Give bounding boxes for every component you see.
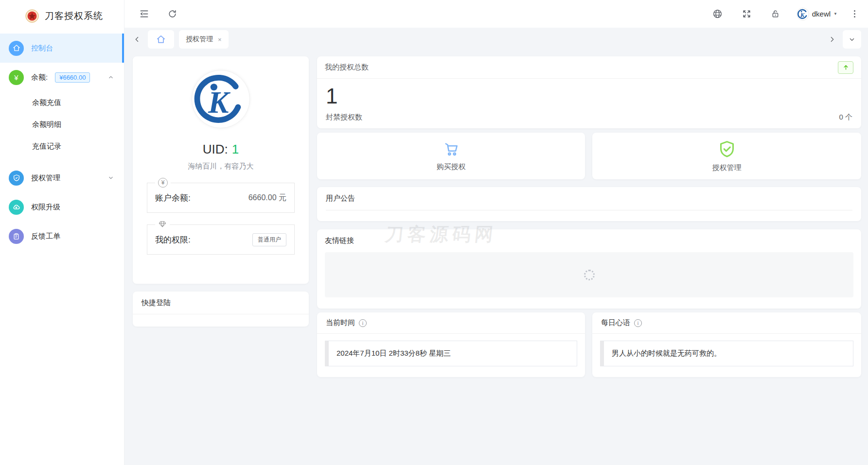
quick-login-card: 快捷登陆 (133, 292, 309, 327)
user-motto: 海纳百川，有容乃大 (133, 162, 309, 171)
buy-auth-label: 购买授权 (437, 162, 466, 172)
balance-box: ¥ 账户余额: 6660.00 元 (147, 183, 295, 213)
sidebar-item-console[interactable]: 控制台 (0, 34, 124, 63)
current-time-value: 2024年7月10日 2时33分8秒 星期三 (325, 341, 577, 366)
main-content: 刀客源码网 K UID:1 海纳百川，有容乃大 ¥ 账户余额: 6660.00 … (124, 51, 868, 465)
tabs-scroll-left-icon[interactable] (131, 34, 143, 45)
tab-close-icon[interactable]: × (218, 36, 222, 43)
permission-badge[interactable]: 普通用户 (252, 233, 286, 246)
banned-auth-label: 封禁授权数 (326, 113, 362, 122)
banned-auth-value: 0 个 (839, 113, 852, 122)
yen-circle-icon: ¥ (155, 178, 171, 188)
balance-amount-badge: ¥6660.00 (55, 72, 90, 83)
chevron-up-icon (107, 74, 114, 81)
sidebar: 刀客授权系统 控制台 ¥ 余额: ¥6660.00 余额充值 余额明细 充值记录 (0, 0, 124, 465)
tabs-scroll-right-icon[interactable] (826, 34, 838, 45)
fullscreen-icon[interactable] (739, 6, 754, 21)
sidebar-item-label: 余额: (31, 73, 48, 82)
user-menu[interactable]: K dkewl ▼ (797, 8, 837, 20)
daily-quote-title: 每日心语 (601, 318, 630, 327)
diamond-icon (155, 220, 170, 228)
links-loading-area (325, 252, 853, 297)
caret-down-icon: ▼ (833, 12, 837, 16)
daily-quote-value: 男人从小的时候就是无药可救的。 (600, 341, 853, 366)
clipboard-icon (9, 229, 24, 244)
loading-spinner-icon (584, 270, 595, 280)
svg-text:K: K (208, 85, 231, 120)
more-options-icon[interactable] (851, 7, 858, 20)
tabbar: 授权管理 × (124, 28, 868, 51)
svg-text:K: K (799, 11, 805, 18)
uid-label: UID: (203, 142, 228, 156)
app-logo-icon (25, 9, 39, 23)
sidebar-item-auth-manage[interactable]: 授权管理 (0, 163, 124, 192)
home-icon (9, 41, 24, 56)
shield-check-icon (717, 139, 737, 159)
sidebar-item-upgrade[interactable]: 权限升级 (0, 192, 124, 222)
sidebar-item-ticket[interactable]: 反馈工单 (0, 222, 124, 251)
profile-card: K UID:1 海纳百川，有容乃大 ¥ 账户余额: 6660.00 元 我的权限… (133, 56, 309, 284)
stats-card: 我的授权总数 1 封禁授权数 0 个 (317, 56, 861, 128)
auth-manage-card[interactable]: 授权管理 (592, 133, 861, 179)
username: dkewl (812, 10, 831, 18)
tab-label: 授权管理 (186, 35, 213, 44)
auth-manage-label: 授权管理 (712, 163, 742, 172)
announcement-card: 用户公告 (317, 187, 861, 221)
balance-value: 6660.00 元 (248, 193, 286, 203)
yuan-icon: ¥ (9, 70, 24, 85)
daily-quote-card: 每日心语 i 男人从小的时候就是无药可救的。 (592, 312, 861, 377)
arrow-up-button[interactable] (838, 61, 853, 74)
permission-label: 我的权限: (155, 234, 191, 245)
tabs-dropdown-icon[interactable] (843, 30, 861, 49)
friend-links-title: 友情链接 (325, 236, 853, 245)
buy-auth-card[interactable]: 购买授权 (317, 133, 585, 179)
shield-icon (9, 171, 24, 186)
uid-line: UID:1 (133, 142, 309, 157)
app-title: 刀客授权系统 (45, 10, 103, 22)
divider (326, 210, 852, 210)
sidebar-item-label: 控制台 (31, 44, 53, 53)
topbar: K dkewl ▼ (124, 0, 868, 28)
collapse-sidebar-button[interactable] (136, 6, 152, 22)
balance-label: 账户余额: (155, 192, 191, 204)
info-icon[interactable]: i (634, 319, 642, 327)
sidebar-item-label: 反馈工单 (31, 232, 60, 241)
cloud-upload-icon (9, 200, 24, 215)
app-logo-row: 刀客授权系统 (0, 0, 124, 32)
cart-icon (443, 140, 460, 158)
sidebar-item-recharge-records[interactable]: 充值记录 (0, 136, 124, 157)
avatar: K (192, 70, 250, 128)
chevron-down-icon (107, 174, 114, 181)
lock-icon[interactable] (768, 6, 783, 21)
quick-login-title: 快捷登陆 (142, 298, 300, 308)
language-globe-icon[interactable] (709, 6, 726, 22)
refresh-icon[interactable] (165, 6, 180, 21)
info-icon[interactable]: i (359, 319, 367, 327)
user-avatar: K (797, 8, 809, 20)
tab-auth-manage[interactable]: 授权管理 × (179, 30, 229, 49)
uid-value: 1 (232, 142, 239, 156)
sidebar-item-balance-recharge[interactable]: 余额充值 (0, 92, 124, 114)
total-auth-value: 1 (326, 86, 861, 107)
sidebar-item-balance-details[interactable]: 余额明细 (0, 114, 124, 136)
current-time-title: 当前时间 (326, 318, 355, 327)
sidebar-item-balance[interactable]: ¥ 余额: ¥6660.00 (0, 63, 124, 92)
tab-home[interactable] (148, 30, 174, 49)
total-auth-label: 我的授权总数 (325, 63, 369, 72)
permission-box: 我的权限: 普通用户 (147, 224, 295, 255)
sidebar-menu: 控制台 ¥ 余额: ¥6660.00 余额充值 余额明细 充值记录 授权管理 (0, 34, 124, 251)
sidebar-item-label: 授权管理 (31, 173, 60, 183)
divider (133, 314, 309, 314)
sidebar-item-label: 权限升级 (31, 203, 60, 212)
friend-links-card: 友情链接 (317, 229, 861, 309)
announcement-title: 用户公告 (326, 194, 852, 203)
current-time-card: 当前时间 i 2024年7月10日 2时33分8秒 星期三 (317, 312, 585, 377)
